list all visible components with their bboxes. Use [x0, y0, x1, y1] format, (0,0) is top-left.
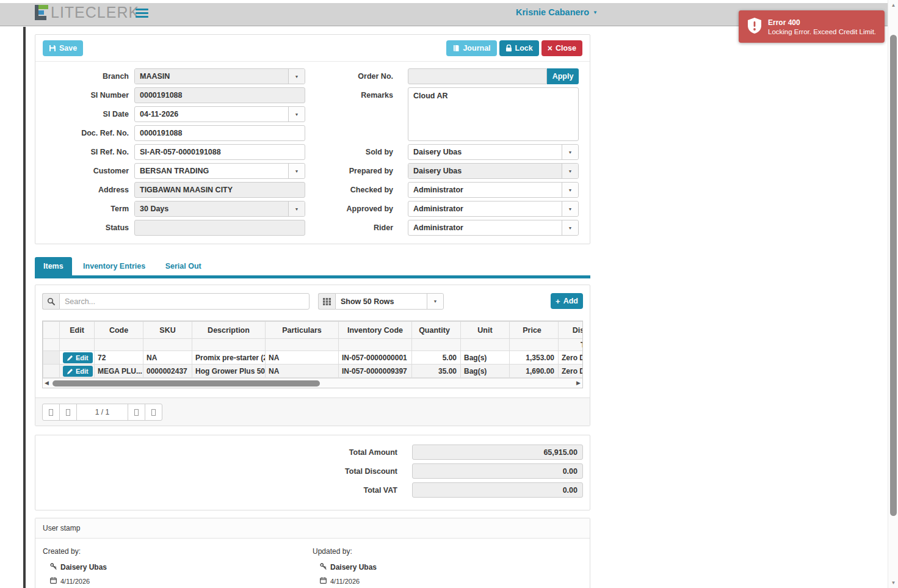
horizontal-scroll-thumb[interactable]: [53, 380, 320, 387]
journal-button[interactable]: Journal: [446, 40, 496, 56]
si-number-label: SI Number: [35, 87, 129, 103]
scroll-up-icon[interactable]: ▲: [888, 2, 898, 8]
cell-discount-type: Zero Discount: [559, 365, 583, 378]
prepared-by-label: Prepared by: [305, 163, 393, 179]
term-label: Term: [35, 201, 129, 217]
edit-row-button[interactable]: Edit: [63, 352, 93, 363]
col-inventory-code: Inventory Code: [339, 322, 412, 339]
branch-select[interactable]: MAASIN▼: [134, 68, 305, 84]
error-toast: Error 400 Locking Error. Exceed Credit L…: [739, 10, 885, 43]
search-icon: [42, 293, 59, 310]
si-ref-no-field[interactable]: SI-AR-057-0000191088: [134, 144, 305, 160]
chevron-down-icon: ▼: [427, 294, 443, 309]
close-button[interactable]: × Close: [541, 40, 582, 56]
scroll-left-icon[interactable]: ◀: [45, 380, 49, 386]
close-icon: ×: [548, 44, 552, 53]
si-ref-no-label: SI Ref. No.: [35, 144, 129, 160]
table-row: Edit 72 NA Promix pre-starter (2... NA I…: [43, 351, 583, 365]
journal-icon: [452, 45, 460, 52]
cell-code: MEGA PLU...: [95, 365, 143, 378]
next-page-icon: [134, 409, 139, 416]
col-particulars: Particulars: [266, 322, 339, 339]
user-menu[interactable]: Krisnie Cabanero ▼: [516, 7, 598, 17]
rider-label: Rider: [305, 220, 393, 236]
brand-e-icon: [35, 5, 49, 20]
chevron-down-icon: ▼: [562, 164, 578, 178]
key-icon: [320, 563, 327, 572]
updated-by-name: Daisery Ubas: [330, 563, 377, 572]
next-page-button[interactable]: [128, 404, 145, 421]
created-by-label: Created by:: [43, 547, 313, 556]
totals-card: Total Amount 65,915.00 Total Discount 0.…: [35, 435, 590, 510]
vertical-scroll-thumb[interactable]: [890, 35, 897, 516]
calendar-icon: [320, 577, 327, 585]
subcol-discount-type: Type: [559, 339, 583, 351]
si-number-field: 0000191088: [134, 87, 305, 103]
add-item-button[interactable]: +Add: [551, 293, 583, 309]
cell-quantity: 5.00: [412, 351, 461, 365]
last-page-icon: [151, 409, 156, 416]
col-edit: Edit: [60, 322, 95, 339]
term-select[interactable]: 30 Days▼: [134, 201, 305, 217]
sold-by-select[interactable]: Daisery Ubas▼: [408, 144, 579, 160]
pencil-icon: [67, 355, 73, 361]
address-field: TIGBAWAN MAASIN CITY: [134, 182, 305, 198]
tab-items[interactable]: Items: [35, 257, 72, 275]
chevron-down-icon: ▼: [288, 201, 305, 216]
total-vat-label: Total VAT: [363, 486, 397, 495]
edit-row-button[interactable]: Edit: [63, 366, 93, 377]
cell-sku: NA: [143, 351, 192, 365]
lock-icon: [505, 45, 512, 52]
order-no-field[interactable]: [408, 68, 547, 84]
checked-by-label: Checked by: [305, 182, 393, 198]
col-description: Description: [192, 322, 266, 339]
created-by-block: Created by: Daisery Ubas 4/11/2026: [43, 546, 313, 585]
doc-ref-no-field[interactable]: 0000191088: [134, 125, 305, 141]
created-date: 4/11/2026: [60, 578, 90, 585]
updated-by-label: Updated by:: [313, 547, 582, 556]
toast-message: Locking Error. Exceed Credit Limit.: [768, 28, 876, 35]
first-page-icon: [49, 409, 53, 416]
scroll-down-icon[interactable]: ▼: [888, 580, 898, 586]
floppy-icon: [49, 45, 56, 52]
si-date-select[interactable]: 04-11-2026▼: [134, 106, 305, 122]
save-button[interactable]: Save: [43, 40, 83, 56]
remarks-label: Remarks: [305, 87, 393, 103]
total-amount-field: 65,915.00: [412, 445, 583, 460]
pagination-bar: 1 / 1: [35, 397, 590, 426]
si-date-label: SI Date: [35, 106, 129, 122]
checked-by-select[interactable]: Administrator▼: [408, 182, 579, 198]
status-label: Status: [35, 220, 129, 236]
rider-select[interactable]: Administrator▼: [408, 220, 579, 236]
cell-inventory-code: IN-057-0000009397: [339, 365, 412, 378]
total-vat-field: 0.00: [412, 482, 583, 498]
approved-by-select[interactable]: Administrator▼: [408, 201, 579, 217]
search-input[interactable]: [59, 293, 310, 310]
grid-icon: [318, 293, 335, 310]
tab-serial-out[interactable]: Serial Out: [157, 257, 210, 275]
items-table-frame: Edit Code SKU Description Particulars In…: [42, 321, 583, 388]
prepared-by-select[interactable]: Daisery Ubas▼: [408, 163, 579, 179]
first-page-button[interactable]: [42, 404, 60, 421]
cell-code: 72: [95, 351, 143, 365]
invoice-form-card: Save Journal Lock × Close: [35, 34, 590, 244]
vertical-scrollbar[interactable]: ▲ ▼: [888, 0, 898, 588]
hamburger-menu-icon[interactable]: [136, 9, 148, 20]
last-page-button[interactable]: [145, 404, 162, 421]
customer-select[interactable]: BERSAN TRADING▼: [134, 163, 305, 179]
rows-per-page-select[interactable]: Show 50 Rows▼: [335, 293, 444, 310]
brand-name: LITECLERK: [51, 4, 139, 21]
scroll-right-icon[interactable]: ▶: [576, 380, 581, 386]
chevron-down-icon: ▼: [562, 220, 578, 235]
apply-button[interactable]: Apply: [547, 68, 579, 84]
horizontal-scrollbar[interactable]: ◀ ▶: [43, 378, 582, 388]
updated-date: 4/11/2026: [330, 578, 360, 585]
remarks-textarea[interactable]: Cloud AR: [408, 87, 579, 141]
address-label: Address: [35, 182, 129, 198]
total-discount-label: Total Discount: [345, 467, 397, 476]
tab-inventory-entries[interactable]: Inventory Entries: [74, 257, 154, 275]
prev-page-button[interactable]: [59, 404, 77, 421]
cell-particulars: NA: [266, 365, 339, 378]
col-code: Code: [95, 322, 143, 339]
lock-button[interactable]: Lock: [499, 40, 539, 56]
